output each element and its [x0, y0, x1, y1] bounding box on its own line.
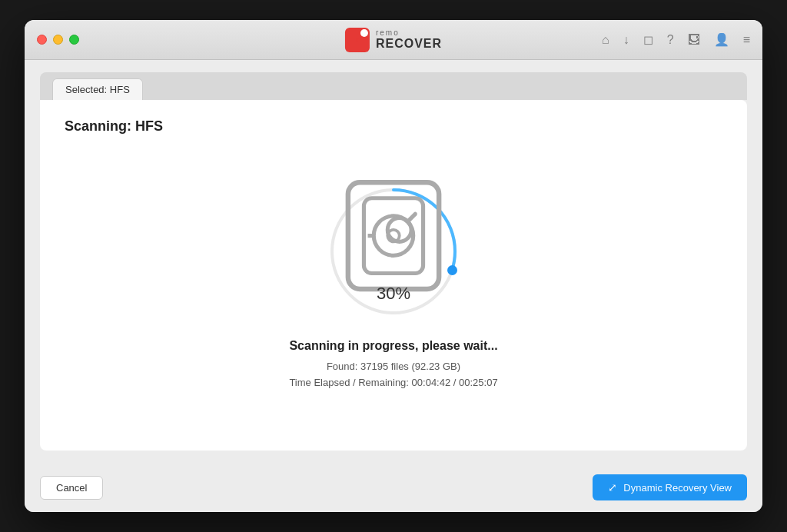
app-title: RECOVER [376, 37, 442, 50]
progress-container: 30% Scanning in progress, please wait...… [65, 141, 722, 432]
circular-progress: 30% [324, 182, 463, 321]
home-icon[interactable]: ⌂ [602, 33, 609, 47]
footer: Cancel ⤢ Dynamic Recovery View [25, 463, 762, 512]
dynamic-recovery-label: Dynamic Recovery View [623, 482, 732, 494]
titlebar-icons: ⌂ ↓ ◻ ? ⛾ 👤 ≡ [602, 32, 750, 47]
dynamic-recovery-button[interactable]: ⤢ Dynamic Recovery View [593, 474, 747, 500]
tab-selected-hfs[interactable]: Selected: HFS [52, 78, 143, 100]
status-found: Found: 37195 files (92.23 GB) [289, 359, 497, 375]
help-icon[interactable]: ? [667, 33, 674, 47]
close-button[interactable] [37, 35, 47, 45]
status-main-text: Scanning in progress, please wait... [289, 339, 497, 353]
app-title-group: remo RECOVER [376, 29, 442, 51]
app-logo: r [345, 28, 370, 52]
titlebar: r remo RECOVER ⌂ ↓ ◻ ? ⛾ 👤 ≡ [25, 20, 762, 60]
status-time: Time Elapsed / Remaining: 00:04:42 / 00:… [289, 375, 497, 391]
cart-icon[interactable]: ⛾ [688, 33, 700, 47]
app-window: r remo RECOVER ⌂ ↓ ◻ ? ⛾ 👤 ≡ Selected: H… [25, 20, 762, 512]
file-icon[interactable]: ◻ [643, 32, 653, 47]
main-panel: Scanning: HFS [40, 100, 747, 451]
window-controls [37, 35, 79, 45]
expand-icon: ⤢ [608, 481, 617, 494]
scanning-title: Scanning: HFS [65, 118, 722, 135]
menu-icon[interactable]: ≡ [743, 33, 750, 47]
app-subtitle: remo [376, 29, 442, 37]
tab-bar: Selected: HFS [40, 72, 747, 100]
minimize-button[interactable] [53, 35, 63, 45]
svg-line-8 [408, 214, 415, 221]
content-area: Selected: HFS Scanning: HFS [25, 60, 762, 463]
cancel-button[interactable]: Cancel [40, 476, 103, 500]
user-icon[interactable]: 👤 [714, 32, 729, 47]
progress-percent: 30% [377, 284, 410, 304]
status-messages: Scanning in progress, please wait... Fou… [289, 339, 497, 391]
titlebar-center: r remo RECOVER [345, 28, 442, 52]
maximize-button[interactable] [69, 35, 79, 45]
download-icon[interactable]: ↓ [623, 33, 629, 47]
